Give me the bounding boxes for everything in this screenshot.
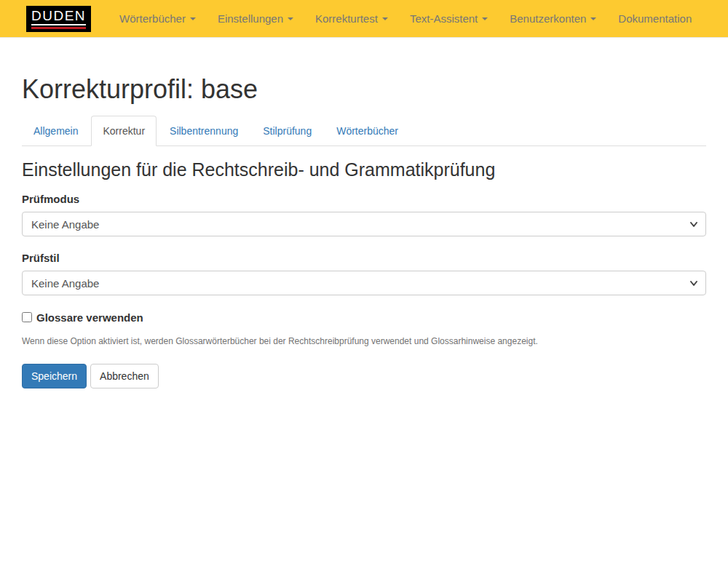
navbar-menu: Wörterbücher Einstellungen Korrekturtest… — [108, 0, 703, 38]
chevron-down-icon — [482, 17, 488, 20]
main-content: Korrekturprofil: base Allgemein Korrektu… — [22, 74, 706, 388]
save-button[interactable]: Speichern — [22, 364, 87, 388]
page-title: Korrekturprofil: base — [22, 74, 706, 105]
pruefstil-select[interactable]: Keine Angabe — [22, 271, 706, 295]
tab-stilpruefung[interactable]: Stilprüfung — [251, 116, 323, 146]
duden-logo-redline — [31, 27, 86, 29]
nav-item-korrekturtest[interactable]: Korrekturtest — [304, 0, 399, 38]
duden-logo[interactable]: DUDEN — [26, 6, 91, 32]
cancel-button[interactable]: Abbrechen — [90, 364, 159, 388]
form-actions: Speichern Abbrechen — [22, 364, 706, 388]
pruefmodus-select[interactable]: Keine Angabe — [22, 212, 706, 236]
nav-item-label: Dokumentation — [618, 12, 692, 25]
nav-item-text-assistent[interactable]: Text-Assistent — [399, 0, 499, 38]
chevron-down-icon — [382, 17, 388, 20]
duden-logo-text: DUDEN — [31, 9, 86, 25]
top-navbar: DUDEN Wörterbücher Einstellungen Korrekt… — [0, 0, 728, 38]
chevron-down-icon — [590, 17, 596, 20]
nav-item-label: Benutzerkonten — [510, 12, 586, 25]
chevron-down-icon — [190, 17, 196, 20]
glossare-checkbox[interactable] — [22, 312, 32, 322]
nav-item-label: Einstellungen — [218, 12, 283, 25]
nav-item-label: Korrekturtest — [315, 12, 378, 25]
chevron-down-icon — [288, 17, 293, 20]
pruefstil-select-wrap: Keine Angabe — [22, 271, 706, 295]
tab-korrektur[interactable]: Korrektur — [91, 116, 157, 146]
nav-item-label: Wörterbücher — [119, 12, 186, 25]
nav-item-benutzerkonten[interactable]: Benutzerkonten — [499, 0, 607, 38]
korrektur-form: Prüfmodus Keine Angabe Prüfstil Keine An… — [22, 193, 706, 388]
tab-allgemein[interactable]: Allgemein — [22, 116, 90, 146]
pruefmodus-label: Prüfmodus — [22, 193, 706, 205]
glossare-help-text: Wenn diese Option aktiviert ist, werden … — [22, 336, 706, 346]
pruefstil-label: Prüfstil — [22, 252, 706, 264]
nav-item-woerterbuecher[interactable]: Wörterbücher — [108, 0, 207, 38]
glossare-label[interactable]: Glossare verwenden — [36, 311, 143, 324]
nav-item-einstellungen[interactable]: Einstellungen — [207, 0, 304, 38]
nav-item-label: Text-Assistent — [410, 12, 478, 25]
nav-item-dokumentation[interactable]: Dokumentation — [607, 0, 703, 38]
glossare-checkbox-row: Glossare verwenden — [22, 310, 706, 324]
tab-silbentrennung[interactable]: Silbentrennung — [158, 116, 250, 146]
pruefmodus-select-wrap: Keine Angabe — [22, 212, 706, 236]
section-heading: Einstellungen für die Rechtschreib- und … — [22, 159, 706, 180]
tab-woerterbuecher[interactable]: Wörterbücher — [325, 116, 410, 146]
profile-tabs: Allgemein Korrektur Silbentrennung Stilp… — [22, 116, 706, 146]
